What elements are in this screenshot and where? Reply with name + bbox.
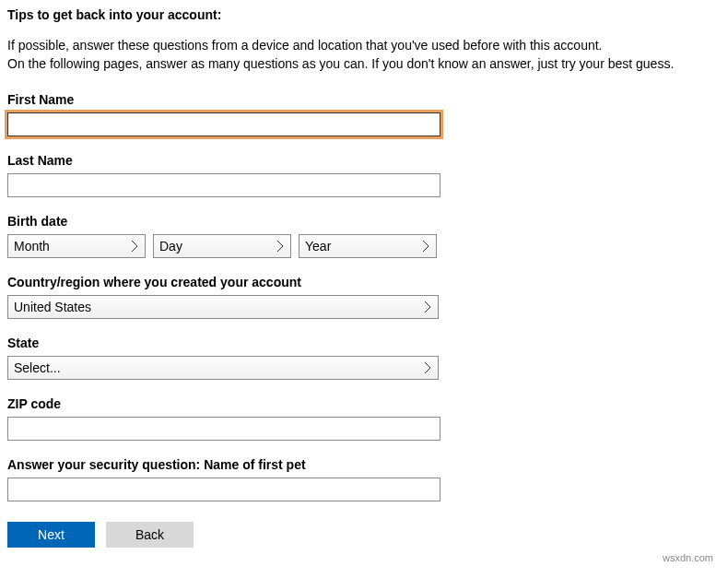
country-select[interactable]: United States	[7, 295, 439, 319]
zip-label: ZIP code	[7, 396, 721, 411]
state-select[interactable]: Select...	[7, 356, 439, 380]
next-button[interactable]: Next	[7, 522, 95, 548]
back-button[interactable]: Back	[106, 522, 194, 548]
country-label: Country/region where you created your ac…	[7, 275, 721, 289]
birth-date-label: Birth date	[7, 214, 721, 229]
day-select[interactable]: Day	[153, 234, 291, 258]
security-answer-input[interactable]	[7, 478, 440, 501]
tip-line-2: On the following pages, answer as many q…	[7, 55, 721, 72]
last-name-input[interactable]	[7, 173, 440, 197]
security-question-label: Answer your security question: Name of f…	[7, 457, 721, 472]
first-name-label: First Name	[7, 92, 721, 107]
tips-text: If possible, answer these questions from…	[7, 37, 721, 72]
watermark-text: wsxdn.com	[663, 552, 713, 563]
page-heading: Tips to get back into your account:	[7, 7, 721, 22]
state-label: State	[7, 336, 721, 350]
tip-line-1: If possible, answer these questions from…	[7, 37, 721, 53]
month-select[interactable]: Month	[7, 234, 146, 258]
first-name-input[interactable]	[7, 112, 440, 136]
last-name-label: Last Name	[7, 153, 721, 168]
zip-input[interactable]	[7, 417, 440, 441]
year-select[interactable]: Year	[299, 234, 437, 258]
